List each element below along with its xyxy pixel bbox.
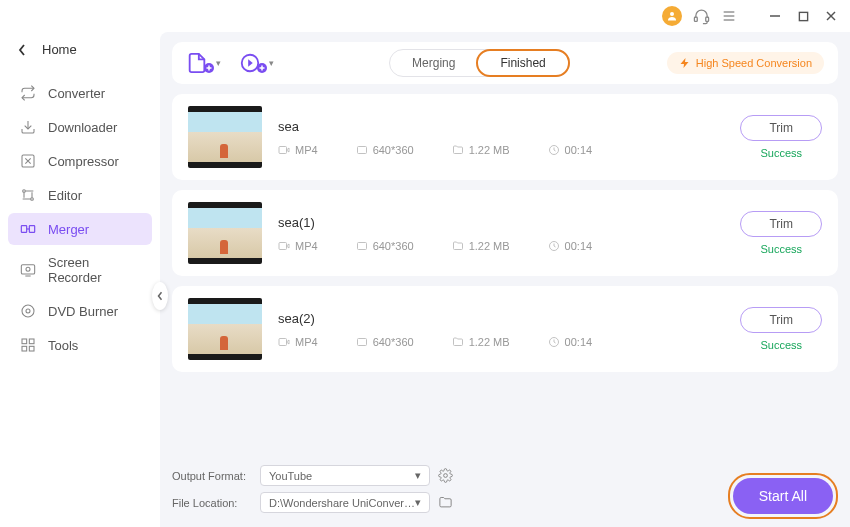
merger-icon <box>20 221 36 237</box>
sidebar-item-label: Editor <box>48 188 82 203</box>
svg-point-45 <box>444 474 448 478</box>
chevron-left-icon <box>18 44 26 56</box>
menu-icon[interactable] <box>720 7 738 25</box>
file-location-select[interactable]: D:\Wondershare UniConverter 1 ▾ <box>260 492 430 513</box>
file-list: sea MP4 640*360 1.22 MB 00:14 Trim Succe… <box>172 94 838 457</box>
file-row: sea MP4 640*360 1.22 MB 00:14 Trim Succe… <box>172 94 838 180</box>
file-name: sea(2) <box>278 311 724 326</box>
tab-finished[interactable]: Finished <box>476 49 569 77</box>
minimize-button[interactable] <box>766 7 784 25</box>
user-avatar[interactable] <box>662 6 682 26</box>
svg-rect-23 <box>29 339 34 344</box>
editor-icon <box>20 187 36 203</box>
resolution-icon <box>356 144 368 156</box>
tab-merging[interactable]: Merging <box>390 50 477 76</box>
svg-rect-15 <box>29 226 34 233</box>
file-location-label: File Location: <box>172 497 252 509</box>
sidebar-item-dvd-burner[interactable]: DVD Burner <box>8 295 152 327</box>
sidebar-item-converter[interactable]: Converter <box>8 77 152 109</box>
svg-rect-33 <box>279 146 287 153</box>
resolution-icon <box>356 336 368 348</box>
sidebar-item-tools[interactable]: Tools <box>8 329 152 361</box>
tools-icon <box>20 337 36 353</box>
lightning-icon <box>679 57 691 69</box>
file-name: sea(1) <box>278 215 724 230</box>
status-text: Success <box>760 339 802 351</box>
clock-icon <box>548 336 560 348</box>
settings-icon[interactable] <box>438 468 454 483</box>
svg-rect-39 <box>357 242 366 249</box>
sidebar-item-label: Compressor <box>48 154 119 169</box>
status-text: Success <box>760 243 802 255</box>
chevron-down-icon: ▾ <box>269 58 274 68</box>
sidebar-item-label: Downloader <box>48 120 117 135</box>
output-format-label: Output Format: <box>172 470 252 482</box>
toolbar: ▾ ▾ Merging Finished High Speed Conversi… <box>172 42 838 84</box>
screen-recorder-icon <box>20 262 36 278</box>
trim-button[interactable]: Trim <box>740 115 822 141</box>
svg-rect-24 <box>22 346 27 351</box>
high-speed-conversion-badge[interactable]: High Speed Conversion <box>667 52 824 74</box>
start-all-button[interactable]: Start All <box>733 478 833 514</box>
clock-icon <box>548 144 560 156</box>
sidebar-item-downloader[interactable]: Downloader <box>8 111 152 143</box>
collapse-sidebar-button[interactable] <box>152 282 168 310</box>
sidebar-item-label: Tools <box>48 338 78 353</box>
close-button[interactable] <box>822 7 840 25</box>
video-thumbnail[interactable] <box>188 298 262 360</box>
file-row: sea(1) MP4 640*360 1.22 MB 00:14 Trim Su… <box>172 190 838 276</box>
svg-point-20 <box>22 305 34 317</box>
trim-button[interactable]: Trim <box>740 211 822 237</box>
content-area: ▾ ▾ Merging Finished High Speed Conversi… <box>160 32 850 527</box>
add-media-button[interactable]: ▾ <box>239 52 274 74</box>
status-text: Success <box>760 147 802 159</box>
svg-rect-7 <box>799 12 807 20</box>
file-row: sea(2) MP4 640*360 1.22 MB 00:14 Trim Su… <box>172 286 838 372</box>
start-all-highlight: Start All <box>728 473 838 519</box>
dvd-burner-icon <box>20 303 36 319</box>
maximize-button[interactable] <box>794 7 812 25</box>
sidebar-item-merger[interactable]: Merger <box>8 213 152 245</box>
sidebar-item-label: Merger <box>48 222 89 237</box>
svg-rect-25 <box>29 346 34 351</box>
svg-rect-22 <box>22 339 27 344</box>
svg-rect-1 <box>694 17 697 21</box>
footer: Output Format: YouTube ▾ File Location: … <box>172 457 838 519</box>
video-thumbnail[interactable] <box>188 106 262 168</box>
sidebar-item-label: Screen Recorder <box>48 255 140 285</box>
home-button[interactable]: Home <box>8 36 152 63</box>
svg-rect-43 <box>357 338 366 345</box>
svg-point-12 <box>23 190 26 193</box>
chevron-down-icon: ▾ <box>415 496 421 509</box>
headset-icon[interactable] <box>692 7 710 25</box>
folder-icon <box>452 144 464 156</box>
trim-button[interactable]: Trim <box>740 307 822 333</box>
resolution-icon <box>356 240 368 252</box>
output-format-select[interactable]: YouTube ▾ <box>260 465 430 486</box>
svg-rect-17 <box>21 265 34 274</box>
add-file-button[interactable]: ▾ <box>186 52 221 74</box>
sidebar-item-label: Converter <box>48 86 105 101</box>
video-icon <box>278 240 290 252</box>
svg-rect-14 <box>21 226 26 233</box>
folder-icon <box>452 240 464 252</box>
chevron-down-icon: ▾ <box>216 58 221 68</box>
video-icon <box>278 144 290 156</box>
downloader-icon <box>20 119 36 135</box>
video-icon <box>278 336 290 348</box>
svg-rect-41 <box>279 338 287 345</box>
open-folder-icon[interactable] <box>438 495 454 510</box>
video-thumbnail[interactable] <box>188 202 262 264</box>
sidebar-item-compressor[interactable]: Compressor <box>8 145 152 177</box>
svg-point-21 <box>26 309 30 313</box>
file-name: sea <box>278 119 724 134</box>
sidebar-item-editor[interactable]: Editor <box>8 179 152 211</box>
chevron-down-icon: ▾ <box>415 469 421 482</box>
sidebar-item-screen-recorder[interactable]: Screen Recorder <box>8 247 152 293</box>
svg-point-18 <box>26 267 30 271</box>
svg-point-0 <box>670 12 674 16</box>
sidebar: Home Converter Downloader Compressor Edi… <box>0 32 160 527</box>
svg-rect-2 <box>705 17 708 21</box>
tab-group: Merging Finished <box>389 49 570 77</box>
converter-icon <box>20 85 36 101</box>
